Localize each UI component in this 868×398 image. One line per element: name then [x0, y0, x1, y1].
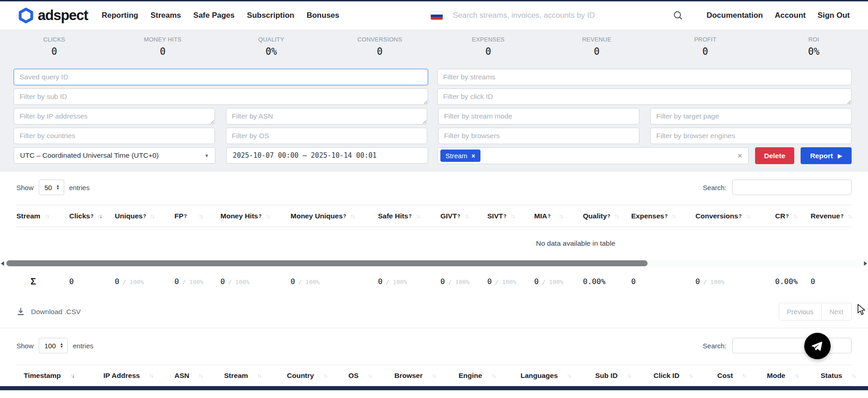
- column-header-safe-hits[interactable]: Safe Hits?↑↓: [378, 212, 440, 220]
- scrollbar-thumb[interactable]: [6, 260, 648, 266]
- date-range-input[interactable]: 2025-10-07 00:00 – 2025-10-14 00:01: [226, 147, 428, 164]
- sort-icon: ↑↓: [368, 372, 372, 379]
- entries-label: entries: [69, 184, 90, 191]
- filter-asn-input[interactable]: [226, 108, 427, 124]
- filter-browser-engines-input[interactable]: [650, 128, 852, 144]
- column-header-conversions[interactable]: Conversions?↑↓: [695, 212, 775, 220]
- saved-query-input[interactable]: [14, 69, 428, 85]
- group-by-tags-field[interactable]: Stream × ×: [437, 147, 749, 164]
- column-header-money-uniques[interactable]: Money Uniques?↑↓: [291, 212, 378, 220]
- pagination-1: Previous Next: [779, 303, 852, 320]
- totals-cell-quality: 0.00%: [583, 277, 631, 286]
- column-header-stream[interactable]: Stream↑↓: [224, 372, 287, 380]
- global-search-input[interactable]: [453, 11, 670, 20]
- previous-button[interactable]: Previous: [779, 303, 822, 320]
- nav-link-account[interactable]: Account: [775, 11, 806, 20]
- nav-link-sign-out[interactable]: Sign Out: [817, 11, 850, 20]
- column-header-fp[interactable]: FP?↑↓: [174, 212, 220, 220]
- column-header-mode[interactable]: Mode↑↓: [767, 372, 821, 380]
- scroll-right-arrow[interactable]: [864, 261, 867, 266]
- help-marker: ?: [184, 213, 187, 219]
- delete-button[interactable]: Delete: [755, 147, 794, 164]
- help-marker: ?: [408, 213, 411, 219]
- filter-countries-input[interactable]: [14, 128, 215, 144]
- clicks-log-section: Show 100 ▲▼ entries Search: Timestamp↑↓ …: [0, 328, 868, 390]
- table2-search-input[interactable]: [732, 338, 852, 353]
- column-header-stream[interactable]: Stream↑↓: [16, 212, 69, 220]
- download-icon: [16, 307, 25, 316]
- nav-link-streams[interactable]: Streams: [150, 11, 181, 20]
- sort-icon: ↑↓: [350, 213, 354, 219]
- sort-icon: ↑↓: [742, 372, 746, 379]
- filter-ip-input[interactable]: [14, 108, 215, 124]
- column-header-languages[interactable]: Languages↑↓: [521, 372, 595, 380]
- table1-header-row: Stream↑↓ Clicks?↑↓ Uniques?↑↓ FP?↑↓ Mone…: [16, 205, 852, 227]
- column-header-expenses[interactable]: Expenses?↑↓: [631, 212, 695, 220]
- page-size-select-2[interactable]: 100 ▲▼: [39, 338, 68, 353]
- stat-value: 0%: [760, 46, 868, 57]
- filter-browsers-input[interactable]: [438, 128, 639, 144]
- totals-cell-cr: 0.00%: [775, 277, 811, 286]
- stat-clicks: CLICKS0: [0, 36, 108, 57]
- column-header-cost[interactable]: Cost↑↓: [717, 372, 767, 380]
- column-header-quality[interactable]: Quality?↑↓: [583, 212, 631, 220]
- play-icon: ▶: [838, 153, 842, 159]
- column-header-browser[interactable]: Browser↑↓: [394, 372, 459, 380]
- nav-link-bonuses[interactable]: Bonuses: [306, 11, 339, 20]
- filter-stream-mode-input[interactable]: [438, 108, 639, 124]
- column-header-asn[interactable]: ASN↑↓: [174, 372, 224, 380]
- report-button[interactable]: Report ▶: [801, 147, 852, 164]
- column-header-country[interactable]: Country↑↓: [287, 372, 348, 380]
- filter-target-page-input[interactable]: [650, 108, 852, 124]
- column-header-status[interactable]: Status↑↓: [821, 372, 868, 380]
- column-header-revenue[interactable]: Revenue?↑↓: [811, 212, 856, 220]
- search-icon[interactable]: [673, 10, 683, 21]
- timezone-select[interactable]: UTC – Coordinated Universal Time (UTC+0)…: [14, 147, 215, 164]
- column-header-money-hits[interactable]: Money Hits?↑↓: [220, 212, 291, 220]
- nav-link-safe-pages[interactable]: Safe Pages: [194, 11, 235, 20]
- search-label: Search:: [703, 184, 726, 191]
- column-header-uniques[interactable]: Uniques?↑↓: [115, 212, 174, 220]
- column-header-clicks[interactable]: Clicks?↑↓: [69, 212, 115, 220]
- horizontal-scrollbar[interactable]: [0, 259, 868, 267]
- help-marker: ?: [786, 213, 788, 219]
- column-label: Quality: [583, 212, 607, 220]
- nav-link-subscription[interactable]: Subscription: [247, 11, 294, 20]
- nav-link-reporting[interactable]: Reporting: [102, 11, 138, 20]
- download-csv-button[interactable]: Download .CSV: [16, 307, 81, 316]
- column-header-ip-address[interactable]: IP Address↑↓: [103, 372, 174, 380]
- totals-cell-money-hits: 0/ 100%: [220, 277, 291, 286]
- stat-value: 0%: [217, 46, 326, 57]
- column-header-os[interactable]: OS↑↓: [348, 372, 394, 380]
- page-size-select-1[interactable]: 50 ▲▼: [39, 180, 64, 195]
- stat-quality: QUALITY0%: [217, 36, 326, 57]
- stat-value: 0: [326, 46, 434, 57]
- filter-os-input[interactable]: [226, 128, 427, 144]
- filter-click-id-input[interactable]: [437, 88, 852, 105]
- column-header-click-id[interactable]: Click ID↑↓: [654, 372, 717, 380]
- filter-streams-input[interactable]: [437, 69, 852, 85]
- column-header-sivt[interactable]: SIVT?↑↓: [487, 212, 534, 220]
- clear-tags-icon[interactable]: ×: [737, 151, 742, 160]
- column-header-mia[interactable]: MIA?↑↓: [534, 212, 583, 220]
- sort-icon: ↑↓: [614, 213, 618, 219]
- column-header-givt[interactable]: GIVT?↑↓: [440, 212, 487, 220]
- language-flag-icon[interactable]: [431, 12, 443, 20]
- scroll-left-arrow[interactable]: [1, 261, 4, 266]
- table1-search-input[interactable]: [732, 180, 852, 195]
- telegram-button[interactable]: [804, 333, 831, 359]
- column-label: Money Uniques: [291, 212, 343, 220]
- next-button[interactable]: Next: [822, 303, 852, 320]
- column-header-timestamp[interactable]: Timestamp↑↓: [16, 372, 103, 380]
- telegram-icon: [811, 340, 823, 352]
- remove-tag-icon[interactable]: ×: [471, 152, 475, 160]
- column-header-engine[interactable]: Engine↑↓: [459, 372, 521, 380]
- column-header-cr[interactable]: CR?↑↓: [775, 212, 811, 220]
- column-label: Cost: [717, 372, 733, 380]
- sort-icon: ↑↓: [745, 213, 750, 219]
- column-header-sub-id[interactable]: Sub ID↑↓: [595, 372, 654, 380]
- filter-sub-id-input[interactable]: [14, 88, 428, 105]
- stream-filter-tag[interactable]: Stream ×: [440, 150, 480, 162]
- nav-link-documentation[interactable]: Documentation: [706, 11, 763, 20]
- brand-logo[interactable]: adspect: [18, 7, 88, 24]
